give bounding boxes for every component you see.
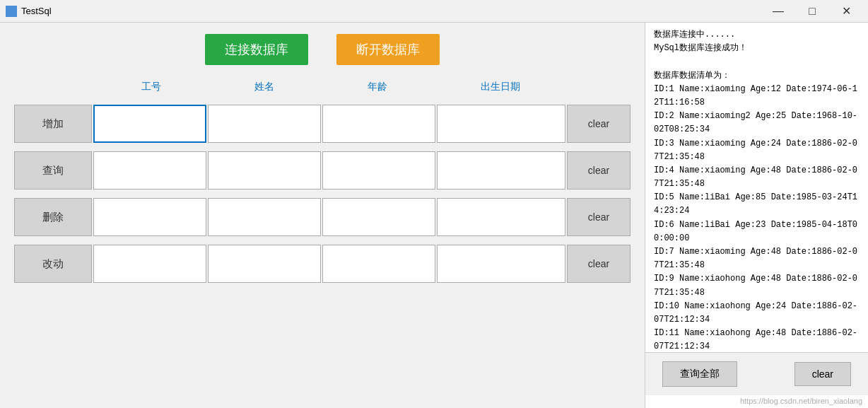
modify-id-input[interactable] <box>93 245 206 283</box>
query-birthdate-input[interactable] <box>437 151 565 190</box>
log-bottom-bar: 查询全部 clear <box>645 352 868 395</box>
query-age-input[interactable] <box>322 151 435 190</box>
watermark: https://blog.csdn.net/biren_xiaolang <box>645 395 868 408</box>
header-name: 姓名 <box>208 78 321 96</box>
modify-age-input[interactable] <box>322 245 435 283</box>
log-area[interactable]: 数据库连接中...... MySql数据库连接成功！ 数据库数据清单为： ID:… <box>645 23 868 352</box>
delete-clear-button[interactable]: clear <box>567 198 631 236</box>
add-name-input[interactable] <box>208 105 321 143</box>
main-content: 连接数据库 断开数据库 工号 姓名 年龄 出生日期 增加 clear 查询 <box>0 23 868 408</box>
header-id: 工号 <box>95 78 208 96</box>
minimize-button[interactable]: — <box>762 1 794 22</box>
add-birthdate-input[interactable] <box>437 105 565 143</box>
query-id-input[interactable] <box>93 151 206 190</box>
left-panel: 连接数据库 断开数据库 工号 姓名 年龄 出生日期 增加 clear 查询 <box>0 23 645 408</box>
query-all-button[interactable]: 查询全部 <box>662 361 737 387</box>
modify-label[interactable]: 改动 <box>14 245 92 283</box>
app-icon <box>6 6 17 17</box>
top-buttons: 连接数据库 断开数据库 <box>14 34 631 65</box>
add-age-input[interactable] <box>322 105 435 143</box>
row-delete: 删除 clear <box>14 198 631 236</box>
header-birthdate: 出生日期 <box>434 78 567 96</box>
add-id-input[interactable] <box>93 105 206 143</box>
add-clear-button[interactable]: clear <box>567 105 631 143</box>
maximize-button[interactable]: □ <box>796 1 828 22</box>
app-title: TestSql <box>21 6 762 16</box>
delete-name-input[interactable] <box>208 198 321 236</box>
query-clear-button[interactable]: clear <box>567 151 631 190</box>
close-button[interactable]: ✕ <box>830 1 862 22</box>
row-add: 增加 clear <box>14 105 631 143</box>
delete-age-input[interactable] <box>322 198 435 236</box>
header-age: 年龄 <box>321 78 434 96</box>
modify-clear-button[interactable]: clear <box>567 245 631 283</box>
row-modify: 改动 clear <box>14 245 631 283</box>
delete-id-input[interactable] <box>93 198 206 236</box>
window-controls: — □ ✕ <box>762 1 862 22</box>
right-panel: 数据库连接中...... MySql数据库连接成功！ 数据库数据清单为： ID:… <box>645 23 868 408</box>
title-bar: TestSql — □ ✕ <box>0 0 868 23</box>
modify-name-input[interactable] <box>208 245 321 283</box>
delete-label[interactable]: 删除 <box>14 198 92 236</box>
log-clear-button[interactable]: clear <box>794 362 851 386</box>
connect-button[interactable]: 连接数据库 <box>205 34 308 65</box>
header-empty <box>17 78 95 96</box>
add-label[interactable]: 增加 <box>14 105 92 143</box>
query-label[interactable]: 查询 <box>14 151 92 190</box>
delete-birthdate-input[interactable] <box>437 198 565 236</box>
header-action <box>567 78 631 96</box>
query-name-input[interactable] <box>208 151 321 190</box>
column-headers: 工号 姓名 年龄 出生日期 <box>14 78 631 96</box>
modify-birthdate-input[interactable] <box>437 245 565 283</box>
disconnect-button[interactable]: 断开数据库 <box>336 34 440 65</box>
row-query: 查询 clear <box>14 151 631 190</box>
